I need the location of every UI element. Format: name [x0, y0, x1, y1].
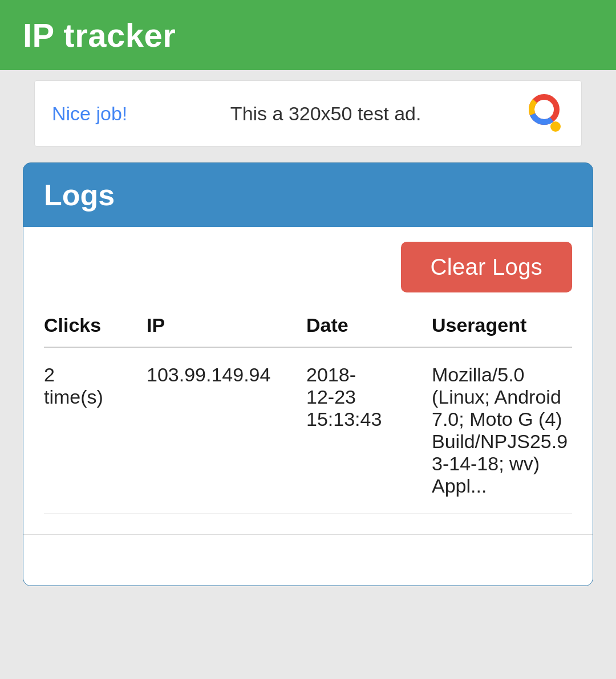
- col-header-ip: IP: [147, 306, 306, 347]
- col-header-clicks: Clicks: [44, 306, 147, 347]
- cell-ip: 103.99.149.94: [147, 347, 306, 514]
- cell-date: 2018- 12-23 15:13:43: [306, 347, 432, 514]
- logs-card-content: Clear Logs Clicks IP Date Useragent 2: [23, 227, 593, 534]
- cell-clicks: 2 time(s): [44, 347, 147, 514]
- app-header: IP tracker: [0, 0, 616, 70]
- logs-card: Logs Clear Logs Clicks IP Date Useragent: [23, 162, 593, 586]
- logs-table-body: 2 time(s) 103.99.149.94 2018- 12-23 15:1…: [44, 347, 572, 514]
- ad-logo-icon: [524, 93, 564, 133]
- svg-point-3: [550, 121, 561, 132]
- logs-table-header-row: Clicks IP Date Useragent: [44, 306, 572, 347]
- col-header-useragent: Useragent: [432, 306, 572, 347]
- clicks-count: 2: [44, 364, 137, 386]
- ad-banner: Nice job! This a 320x50 test ad.: [34, 80, 582, 147]
- logs-section-title: Logs: [44, 178, 115, 212]
- button-row: Clear Logs: [44, 242, 572, 292]
- date-line1: 2018-: [306, 364, 423, 386]
- cell-useragent: Mozilla/5.0 (Linux; Android 7.0; Moto G …: [432, 347, 572, 514]
- clear-logs-button[interactable]: Clear Logs: [401, 242, 572, 292]
- ad-body-text: This a 320x50 test ad.: [127, 103, 524, 125]
- date-line3: 15:13:43: [306, 408, 423, 430]
- clicks-unit: time(s): [44, 386, 137, 408]
- logs-card-header: Logs: [23, 163, 593, 227]
- col-header-date: Date: [306, 306, 432, 347]
- table-row: 2 time(s) 103.99.149.94 2018- 12-23 15:1…: [44, 347, 572, 514]
- logs-section: Logs Clear Logs Clicks IP Date Useragent: [0, 162, 616, 586]
- logs-table: Clicks IP Date Useragent 2 time(s) 103.9…: [44, 306, 572, 514]
- date-line2: 12-23: [306, 386, 423, 408]
- ad-highlight-text: Nice job!: [52, 103, 127, 125]
- logs-table-header: Clicks IP Date Useragent: [44, 306, 572, 347]
- logs-card-footer: [23, 534, 593, 586]
- app-title: IP tracker: [23, 17, 176, 54]
